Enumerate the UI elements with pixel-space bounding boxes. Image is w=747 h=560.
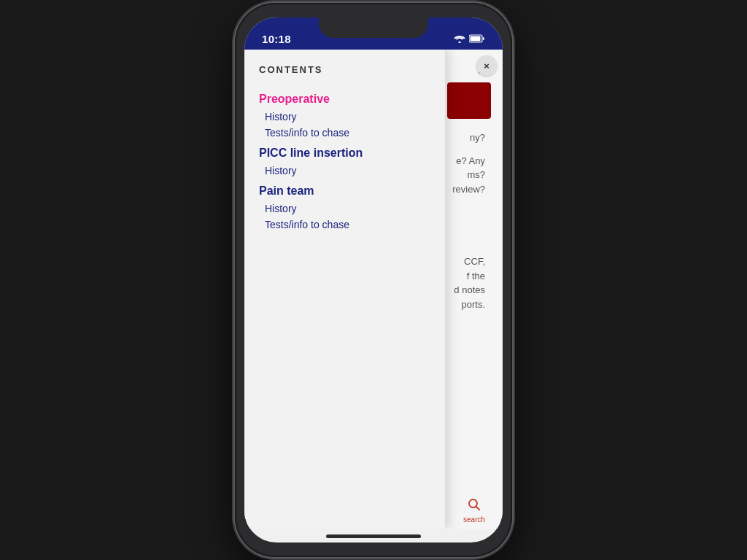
battery-icon [469,34,485,45]
wifi-icon [454,34,465,45]
subitem-preop-history[interactable]: History [244,109,445,125]
section-picc-line: PICC line insertion History [244,141,445,179]
red-block [447,82,491,119]
subitem-pain-history[interactable]: History [244,201,445,217]
svg-line-3 [476,506,479,509]
screen-content: ⛶ ny? e? Any ms? review? CCF, f the d no… [244,50,503,529]
svg-rect-1 [471,36,481,42]
bottom-bar: search [446,492,503,529]
phone-screen: 10:18 [244,18,503,542]
notch [319,18,428,38]
search-label: search [463,516,485,524]
subitem-pain-tests[interactable]: Tests/info to chase [244,217,445,233]
contents-title: CONTENTS [244,64,445,87]
contents-list: Preoperative History Tests/info to chase… [244,87,445,233]
subitem-preop-tests[interactable]: Tests/info to chase [244,125,445,141]
status-time: 10:18 [262,33,291,45]
home-indicator [326,534,421,538]
heading-preoperative[interactable]: Preoperative [244,87,445,109]
phone-frame: 10:18 [235,3,512,557]
section-preoperative: Preoperative History Tests/info to chase [244,87,445,141]
section-pain-team: Pain team History Tests/info to chase [244,179,445,233]
close-button[interactable]: × [476,55,497,76]
contents-panel: CONTENTS Preoperative History Tests/info… [244,50,446,529]
status-icons [454,34,485,45]
search-icon[interactable] [468,498,481,514]
heading-pain-team[interactable]: Pain team [244,179,445,201]
heading-picc-line[interactable]: PICC line insertion [244,141,445,163]
subitem-picc-history[interactable]: History [244,163,445,179]
